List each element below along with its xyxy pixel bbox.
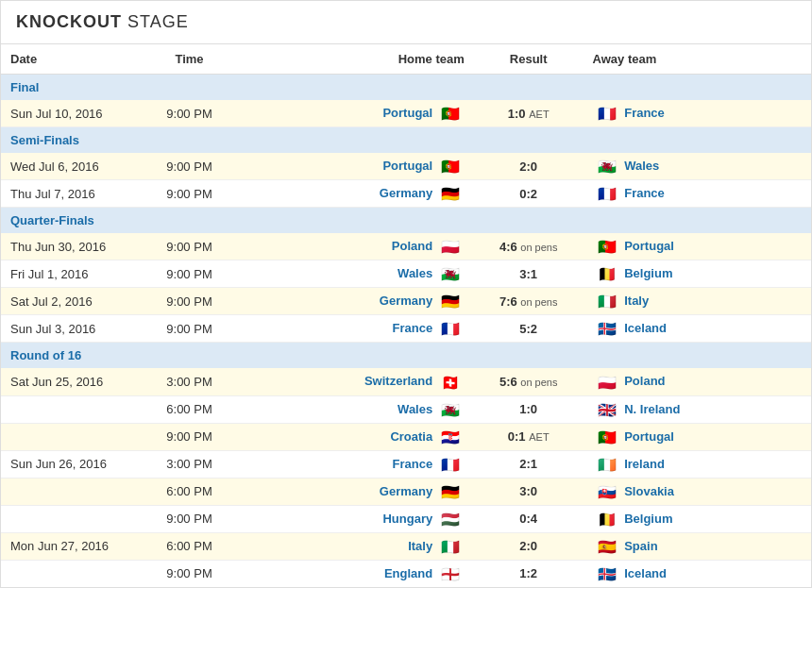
away-team-flag: 🇮🇸 <box>598 567 618 581</box>
row-time: 9:00 PM <box>152 288 228 315</box>
away-team-name: Wales <box>624 159 659 173</box>
away-team-name: Spain <box>624 539 657 553</box>
away-team-name: Slovakia <box>624 484 674 498</box>
row-away-team: 🇮🇸 Iceland <box>585 560 811 587</box>
result-score: 0:2 <box>519 187 537 201</box>
result-score: 5:6 <box>499 375 517 389</box>
row-away-team: 🇧🇪 Belgium <box>585 260 811 288</box>
result-score: 7:6 <box>499 294 517 309</box>
table-row: 9:00 PMEngland 🏴󠁧󠁢󠁥󠁮󠁧󠁿1:2🇮🇸 Iceland <box>1 560 811 587</box>
away-team-name: Poland <box>624 374 665 388</box>
row-date <box>1 560 152 587</box>
home-team-flag: 🏴󠁧󠁢󠁥󠁮󠁧󠁿 <box>439 567 460 581</box>
away-team-flag: 🇸🇰 <box>598 485 618 499</box>
row-away-team: 🇵🇹 Portugal <box>585 233 811 260</box>
header-home-team: Home team <box>227 44 471 75</box>
result-score: 5:2 <box>519 322 537 336</box>
home-team-name: Italy <box>408 539 432 553</box>
row-home-team: Switzerland 🇨🇭 <box>227 368 471 395</box>
row-away-team: 🇬🇧 N. Ireland <box>585 395 811 423</box>
home-team-name: France <box>393 321 433 335</box>
row-away-team: 🇫🇷 France <box>585 100 811 127</box>
row-time: 6:00 PM <box>152 478 228 505</box>
row-away-team: 🇫🇷 France <box>585 180 811 208</box>
home-team-flag: 🇭🇺 <box>439 512 460 527</box>
row-away-team: 🇵🇹 Portugal <box>585 423 811 450</box>
result-score: 0:1 <box>508 429 526 444</box>
section-header-row: Round of 16 <box>1 343 811 369</box>
row-time: 9:00 PM <box>152 505 228 532</box>
row-home-team: Wales 🏴󠁧󠁢󠁷󠁬󠁳󠁿 <box>227 395 471 423</box>
result-note: on pens <box>520 377 557 388</box>
home-team-name: Switzerland <box>364 374 432 388</box>
row-date: Sun Jul 3, 2016 <box>1 315 152 343</box>
home-team-name: Croatia <box>390 429 432 444</box>
home-team-flag: 🇵🇹 <box>439 107 460 121</box>
home-team-flag: 🏴󠁧󠁢󠁷󠁬󠁳󠁿 <box>439 403 460 417</box>
home-team-flag: 🇩🇪 <box>439 485 460 499</box>
row-date <box>1 478 152 505</box>
home-team-flag: 🇭🇷 <box>439 430 460 445</box>
home-team-name: Germany <box>380 294 432 308</box>
row-date: Thu Jun 30, 2016 <box>1 233 152 260</box>
table-row: Thu Jun 30, 20169:00 PMPoland 🇵🇱4:6 on p… <box>1 233 811 260</box>
result-score: 2:0 <box>519 160 537 174</box>
row-home-team: Hungary 🇭🇺 <box>227 505 471 532</box>
table-row: Sun Jun 26, 20163:00 PMFrance 🇫🇷2:1🇮🇪 Ir… <box>1 450 811 478</box>
table-row: Thu Jul 7, 20169:00 PMGermany 🇩🇪0:2🇫🇷 Fr… <box>1 180 811 208</box>
header-away-team: Away team <box>585 44 811 75</box>
row-result: 3:1 <box>472 260 585 288</box>
row-date: Sat Jun 25, 2016 <box>1 368 152 395</box>
row-date: Mon Jun 27, 2016 <box>1 532 152 560</box>
table-row: Sun Jul 10, 20169:00 PMPortugal 🇵🇹1:0 AE… <box>1 100 811 127</box>
row-home-team: France 🇫🇷 <box>227 315 471 343</box>
result-score: 2:0 <box>519 539 537 553</box>
row-result: 2:0 <box>472 532 585 560</box>
result-score: 3:1 <box>519 267 537 281</box>
away-team-name: Belgium <box>624 512 672 526</box>
away-team-flag: 🏴󠁧󠁢󠁷󠁬󠁳󠁿 <box>598 160 618 174</box>
table-row: 9:00 PMHungary 🇭🇺0:4🇧🇪 Belgium <box>1 505 811 532</box>
away-team-flag: 🇵🇱 <box>598 376 618 390</box>
header-date: Date <box>1 44 152 75</box>
row-date <box>1 505 152 532</box>
away-team-flag: 🇬🇧 <box>598 403 618 417</box>
home-team-flag: 🇵🇹 <box>439 160 460 174</box>
home-team-name: Portugal <box>382 159 432 173</box>
row-home-team: France 🇫🇷 <box>227 450 471 478</box>
row-time: 9:00 PM <box>152 180 228 208</box>
home-team-name: Germany <box>380 484 432 498</box>
table-row: Sun Jul 3, 20169:00 PMFrance 🇫🇷5:2🇮🇸 Ice… <box>1 315 811 343</box>
result-note: AET <box>529 431 549 443</box>
away-team-flag: 🇮🇹 <box>598 294 618 309</box>
row-time: 9:00 PM <box>152 233 228 260</box>
away-team-flag: 🇫🇷 <box>598 187 618 201</box>
row-date: Thu Jul 7, 2016 <box>1 180 152 208</box>
row-home-team: Germany 🇩🇪 <box>227 288 471 315</box>
home-team-flag: 🇫🇷 <box>439 322 460 336</box>
knockout-table: Date Time Home team Result Away team Fin… <box>1 44 811 587</box>
away-team-flag: 🇧🇪 <box>598 267 618 281</box>
section-header-row: Quarter-Finals <box>1 208 811 234</box>
row-result: 2:1 <box>472 450 585 478</box>
row-result: 4:6 on pens <box>472 233 585 260</box>
row-result: 5:2 <box>472 315 585 343</box>
home-team-flag: 🏴󠁧󠁢󠁷󠁬󠁳󠁿 <box>439 267 460 281</box>
row-home-team: England 🏴󠁧󠁢󠁥󠁮󠁧󠁿 <box>227 560 471 587</box>
home-team-flag: 🇵🇱 <box>439 240 460 254</box>
row-away-team: 🇮🇹 Italy <box>585 288 811 315</box>
row-date: Sun Jun 26, 2016 <box>1 450 152 478</box>
row-result: 0:2 <box>472 180 585 208</box>
section-label: Final <box>1 75 811 101</box>
row-time: 9:00 PM <box>152 100 228 127</box>
home-team-name: Wales <box>398 266 432 280</box>
away-team-name: Portugal <box>624 239 674 253</box>
row-result: 0:1 AET <box>472 423 585 450</box>
row-result: 2:0 <box>472 153 585 180</box>
row-date <box>1 423 152 450</box>
row-time: 6:00 PM <box>152 395 228 423</box>
home-team-flag: 🇩🇪 <box>439 294 460 309</box>
row-time: 3:00 PM <box>152 450 228 478</box>
row-away-team: 🇸🇰 Slovakia <box>585 478 811 505</box>
header-result: Result <box>472 44 585 75</box>
